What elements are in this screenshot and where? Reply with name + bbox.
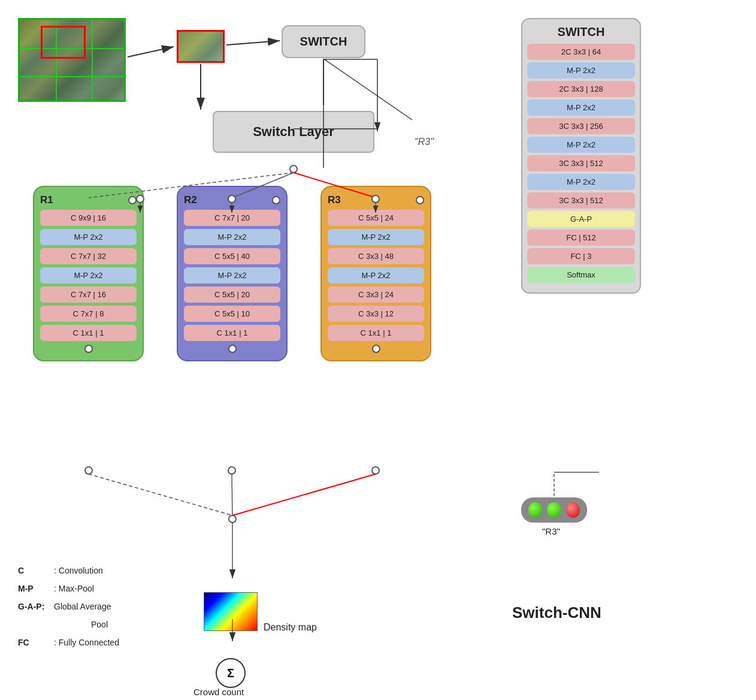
tl-green-1 xyxy=(528,502,542,518)
r3-layer-5: C 3x3 | 12 xyxy=(328,306,424,322)
crowd-count-box: Σ xyxy=(216,658,246,688)
sp-layer-8: 3C 3x3 | 512 xyxy=(527,192,635,209)
r2-layer-1: M-P 2x2 xyxy=(184,229,280,245)
sp-layer-4: 3C 3x3 | 256 xyxy=(527,118,635,134)
r3-layer-3: M-P 2x2 xyxy=(328,267,424,283)
svg-point-26 xyxy=(372,467,379,474)
crowd-count-label: Crowd count xyxy=(193,687,244,697)
legend-c-key: C xyxy=(18,562,54,579)
r3-layer-4: C 3x3 | 24 xyxy=(328,286,424,303)
r1-top-circle xyxy=(128,196,137,204)
svg-line-27 xyxy=(232,474,376,515)
r1-layer-6: C 1x1 | 1 xyxy=(40,325,137,341)
legend: C : Convolution M-P : Max-Pool G-A-P: Gl… xyxy=(18,562,119,652)
legend-c-sep: : Convolution xyxy=(54,562,103,579)
sp-layer-7: M-P 2x2 xyxy=(527,174,635,190)
r2-layer-6: C 1x1 | 1 xyxy=(184,325,280,341)
switch-box: SWITCH xyxy=(282,25,365,58)
r3-quote-bottom: "R3" xyxy=(542,526,560,536)
input-red-box xyxy=(41,26,86,59)
sp-layer-11: FC | 3 xyxy=(527,248,635,264)
density-map xyxy=(204,592,258,631)
switch-panel-title: SWITCH xyxy=(527,25,635,39)
sp-layer-3: M-P 2x2 xyxy=(527,99,635,116)
svg-line-25 xyxy=(232,474,232,519)
r3-layer-2: C 3x3 | 48 xyxy=(328,248,424,264)
svg-line-23 xyxy=(89,474,232,515)
r1-layer-4: C 7x7 | 16 xyxy=(40,286,137,303)
r1-layer-2: C 7x7 | 32 xyxy=(40,248,137,264)
r2-layer-3: M-P 2x2 xyxy=(184,267,280,283)
r3-top-circle xyxy=(416,196,424,204)
input-image xyxy=(18,18,126,102)
svg-point-24 xyxy=(228,467,235,474)
branch-r3: R3 C 5x5 | 24 M-P 2x2 C 3x3 | 48 M-P 2x2… xyxy=(320,186,431,361)
sp-layer-0: 2C 3x3 | 64 xyxy=(527,44,635,60)
r1-layer-3: M-P 2x2 xyxy=(40,267,137,283)
sp-layer-10: FC | 512 xyxy=(527,230,635,246)
r2-layer-2: C 5x5 | 40 xyxy=(184,248,280,264)
switch-layer-label: Switch Layer xyxy=(253,124,334,140)
r3-bottom-circle xyxy=(372,345,380,353)
legend-mp-sep: : Max-Pool xyxy=(54,580,94,597)
branch-r2: R2 C 7x7 | 20 M-P 2x2 C 5x5 | 40 M-P 2x2… xyxy=(177,186,288,361)
r1-layer-1: M-P 2x2 xyxy=(40,229,137,245)
legend-mp-key: M-P xyxy=(18,580,54,597)
r2-top-circle xyxy=(272,196,280,204)
legend-fc-desc: : Fully Connected xyxy=(54,634,119,651)
sp-layer-5: M-P 2x2 xyxy=(527,137,635,153)
svg-line-3 xyxy=(128,47,174,57)
tl-green-2 xyxy=(547,502,561,518)
legend-fc-key: FC xyxy=(18,634,54,651)
r3-layer-1: M-P 2x2 xyxy=(328,229,424,245)
sp-layer-1: M-P 2x2 xyxy=(527,62,635,79)
legend-gap-desc: Global Average xyxy=(54,598,111,615)
sp-layer-2: 2C 3x3 | 128 xyxy=(527,81,635,97)
svg-point-12 xyxy=(290,165,297,173)
r1-bottom-circle xyxy=(84,345,93,353)
r3-label: R3 xyxy=(328,194,416,206)
r2-label: R2 xyxy=(184,194,272,206)
r2-layer-0: C 7x7 | 20 xyxy=(184,210,280,226)
branch-r1: R1 C 9x9 | 16 M-P 2x2 C 7x7 | 32 M-P 2x2… xyxy=(33,186,144,361)
r3-layer-6: C 1x1 | 1 xyxy=(328,325,424,341)
crowd-count-symbol: Σ xyxy=(227,666,234,680)
switch-cnn-label: Switch-CNN xyxy=(512,604,601,622)
r2-layer-5: C 5x5 | 10 xyxy=(184,306,280,322)
traffic-lights xyxy=(521,497,587,523)
svg-line-4 xyxy=(226,41,280,45)
r1-layer-5: C 7x7 | 8 xyxy=(40,306,137,322)
legend-gap-pool: Pool xyxy=(91,616,108,633)
r1-layer-0: C 9x9 | 16 xyxy=(40,210,137,226)
switch-layer-box: Switch Layer xyxy=(213,111,374,153)
tl-red xyxy=(566,502,580,518)
legend-gap-key: G-A-P: xyxy=(18,598,54,615)
switch-label: SWITCH xyxy=(300,35,347,49)
sp-layer-6: 3C 3x3 | 512 xyxy=(527,155,635,171)
r2-layer-4: C 5x5 | 20 xyxy=(184,286,280,303)
r3-layer-0: C 5x5 | 24 xyxy=(328,210,424,226)
r2-bottom-circle xyxy=(228,345,237,353)
density-map-label: Density map xyxy=(264,622,317,633)
diagram-container: SWITCH Switch Layer R1 C 9x9 | 16 M-P 2x… xyxy=(0,0,756,700)
switch-panel: SWITCH 2C 3x3 | 64 M-P 2x2 2C 3x3 | 128 … xyxy=(521,18,641,294)
r3-quote: "R3" xyxy=(415,137,434,147)
svg-point-22 xyxy=(85,467,92,474)
svg-point-28 xyxy=(229,515,236,523)
sp-layer-9: G-A-P xyxy=(527,211,635,227)
patch-image xyxy=(177,30,225,63)
sp-layer-12: Softmax xyxy=(527,267,635,283)
r1-label: R1 xyxy=(40,194,128,206)
